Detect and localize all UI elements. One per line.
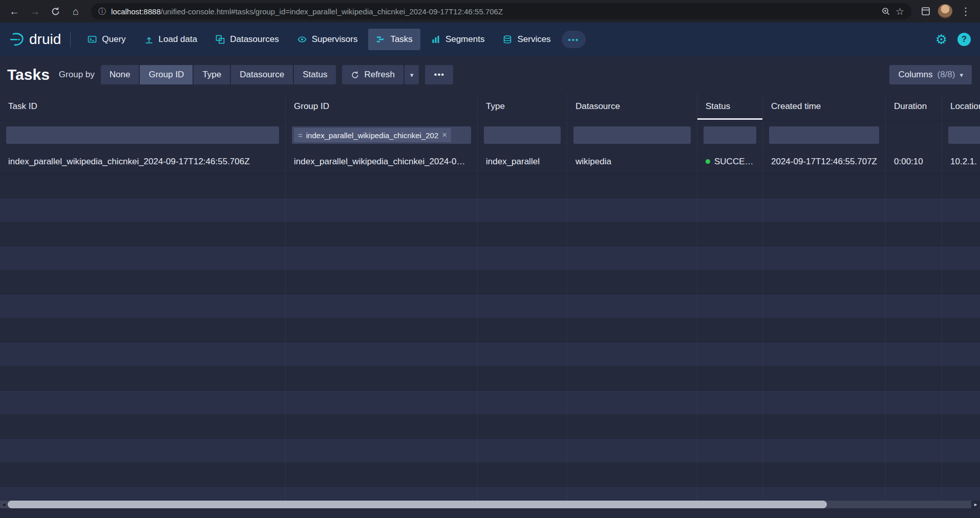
empty-cell: [886, 366, 942, 390]
nav-item-datasources[interactable]: Datasources: [208, 29, 286, 50]
empty-cell: [478, 318, 567, 342]
group-by-type-button[interactable]: Type: [194, 65, 230, 84]
empty-cell: [286, 391, 478, 414]
column-header-duration[interactable]: Duration: [886, 93, 942, 120]
empty-cell: [886, 174, 942, 198]
column-header-task-id[interactable]: Task ID: [0, 93, 286, 120]
remove-filter-icon[interactable]: ×: [442, 130, 447, 140]
empty-cell: [567, 342, 697, 366]
empty-cell: [697, 318, 763, 342]
filter-input-location[interactable]: [948, 126, 980, 144]
query-icon: [88, 35, 97, 44]
scrollbar-thumb[interactable]: [8, 501, 827, 508]
empty-cell: [763, 391, 886, 414]
bookmark-star-icon[interactable]: ☆: [896, 6, 904, 17]
empty-cell: [763, 463, 886, 486]
group-by-label: Group by: [59, 70, 95, 80]
group-by-status-button[interactable]: Status: [294, 65, 336, 84]
empty-cell: [478, 198, 567, 222]
empty-cell: [567, 198, 697, 222]
filter-input-task-id[interactable]: [6, 126, 279, 144]
settings-gear-icon[interactable]: ⚙: [935, 32, 947, 48]
empty-cell: [763, 294, 886, 318]
filter-input-datasource[interactable]: [573, 126, 691, 144]
empty-cell: [886, 342, 942, 366]
task-row[interactable]: index_parallel_wikipedia_chicnkei_2024-0…: [0, 150, 980, 174]
header-divider: [70, 32, 71, 47]
druid-logo[interactable]: druid: [9, 31, 61, 48]
empty-cell: [942, 270, 980, 294]
browser-menu-icon[interactable]: ⋮: [956, 2, 975, 20]
forward-icon[interactable]: →: [26, 2, 44, 20]
columns-button[interactable]: Columns (8/8) ▾: [889, 65, 972, 84]
scroll-right-arrow-icon[interactable]: ▸: [971, 501, 980, 508]
empty-cell: [886, 222, 942, 246]
nav-item-segments[interactable]: Segments: [423, 29, 493, 50]
column-header-location[interactable]: Location: [942, 93, 980, 120]
table-filter-row: =index_parallel_wikipedia_chicnkei_202×: [0, 120, 980, 150]
url-host: localhost:8888: [111, 7, 161, 16]
nav-item-query[interactable]: Query: [80, 29, 133, 50]
page-info-icon[interactable]: ⓘ: [98, 7, 106, 16]
empty-cell: [286, 366, 478, 390]
address-bar[interactable]: ⓘ localhost:8888/unified-console.html#ta…: [91, 3, 911, 19]
reload-arrow-icon: [51, 7, 60, 16]
filter-input-created-time[interactable]: [769, 126, 879, 144]
filter-operator-icon: =: [298, 131, 303, 140]
nav-item-supervisors[interactable]: Supervisors: [290, 29, 366, 50]
horizontal-scrollbar[interactable]: ◂ ▸: [0, 501, 980, 508]
bottom-strip: [0, 508, 980, 518]
refresh-button[interactable]: Refresh: [342, 65, 403, 84]
empty-cell: [886, 415, 942, 438]
zoom-icon[interactable]: [881, 7, 890, 16]
empty-cell: [0, 463, 286, 486]
empty-cell: [286, 246, 478, 270]
empty-cell: [697, 270, 763, 294]
empty-cell: [886, 463, 942, 486]
empty-cell: [286, 222, 478, 246]
empty-cell: [567, 174, 697, 198]
nav-more-button[interactable]: •••: [562, 31, 586, 48]
filter-input-group-id[interactable]: =index_parallel_wikipedia_chicnkei_202×: [292, 126, 471, 144]
home-icon[interactable]: ⌂: [67, 2, 85, 20]
browser-toolbar: ← → ⌂ ⓘ localhost:8888/unified-console.h…: [0, 0, 980, 23]
filter-input-status[interactable]: [704, 126, 756, 144]
help-icon[interactable]: ?: [957, 33, 971, 46]
column-header-datasource[interactable]: Datasource: [567, 93, 697, 120]
filter-input-type[interactable]: [484, 126, 561, 144]
empty-cell: [697, 294, 763, 318]
empty-row: [0, 294, 980, 318]
profile-avatar[interactable]: [938, 4, 952, 18]
empty-cell: [942, 198, 980, 222]
group-by-group-id-button[interactable]: Group ID: [140, 65, 193, 84]
extensions-icon[interactable]: [921, 6, 931, 16]
nav-item-load-data[interactable]: Load data: [137, 29, 205, 50]
druid-header: druid Query Load data Datasources: [0, 23, 980, 56]
empty-cell: [0, 174, 286, 198]
empty-cell: [763, 318, 886, 342]
nav-item-tasks[interactable]: Tasks: [368, 29, 420, 50]
empty-cell: [942, 222, 980, 246]
group-by-datasource-button[interactable]: Datasource: [231, 65, 293, 84]
brand-name: druid: [29, 31, 61, 48]
scrollbar-track[interactable]: [8, 501, 971, 508]
empty-cell: [763, 415, 886, 438]
empty-cell: [886, 294, 942, 318]
column-header-created-time[interactable]: Created time: [763, 93, 886, 120]
group-by-none-button[interactable]: None: [101, 65, 139, 84]
empty-cell: [567, 222, 697, 246]
empty-cell: [478, 342, 567, 366]
empty-cell: [697, 415, 763, 438]
column-header-status[interactable]: Status: [697, 93, 763, 120]
refresh-interval-dropdown[interactable]: ▾: [404, 65, 419, 84]
cell-created_time: 2024-09-17T12:46:55.707Z: [763, 150, 886, 174]
back-icon[interactable]: ←: [5, 2, 24, 20]
load-data-icon: [144, 35, 154, 44]
reload-icon[interactable]: [46, 2, 65, 20]
empty-cell: [697, 342, 763, 366]
column-header-group-id[interactable]: Group ID: [286, 93, 478, 120]
nav-item-services[interactable]: Services: [495, 29, 558, 50]
scroll-left-arrow-icon[interactable]: ◂: [0, 501, 8, 508]
column-header-type[interactable]: Type: [478, 93, 567, 120]
more-actions-button[interactable]: •••: [425, 65, 453, 84]
